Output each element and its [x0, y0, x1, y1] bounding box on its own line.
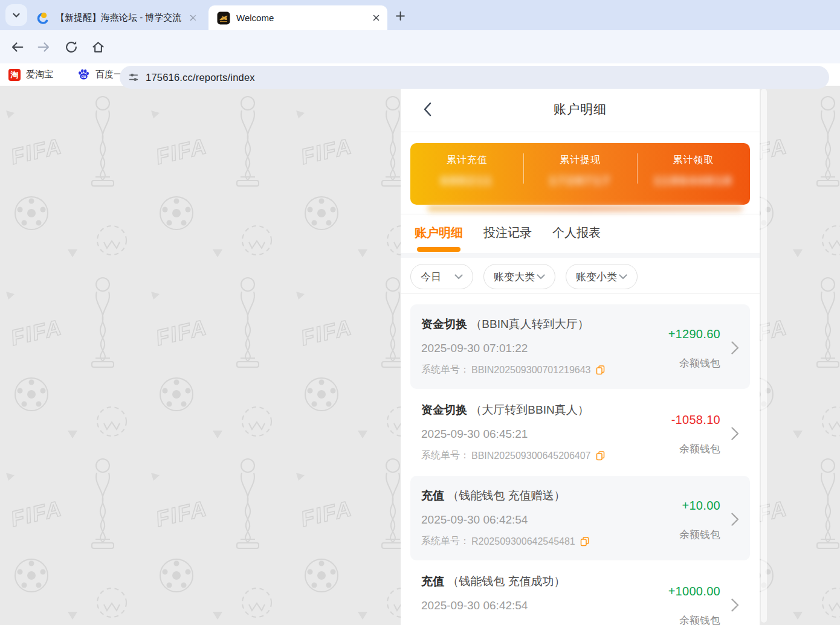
- transaction-detail: （钱能钱包 充值成功）: [447, 575, 565, 588]
- order-number: BBIN202509300645206407: [471, 450, 591, 461]
- close-icon[interactable]: [370, 13, 381, 24]
- summary-value-masked: 1728717: [549, 173, 612, 188]
- plus-icon: [396, 11, 405, 21]
- tab-title: 【新提醒】海燕论坛 - 博学交流: [56, 12, 187, 24]
- transaction-detail: （BBIN真人转到大厅）: [470, 318, 589, 330]
- baidu-paw-icon: du: [77, 68, 90, 81]
- transaction-wallet: 余额钱包: [668, 614, 720, 625]
- chevron-left-icon: [423, 102, 431, 117]
- summary-card: 累计充值 688211 累计提现 1728717 累计领取 118644818: [410, 143, 750, 205]
- chevron-right-icon: [731, 598, 739, 612]
- back-button[interactable]: [8, 38, 26, 56]
- page-content: FIFA: [0, 86, 840, 625]
- site-settings-tune-icon[interactable]: [128, 71, 140, 83]
- transaction-card[interactable]: 充值 （钱能钱包 充值赠送） 2025-09-30 06:42:54 系统单号：…: [410, 476, 750, 560]
- browser-tab-active[interactable]: Welcome: [208, 5, 387, 30]
- transaction-detail: （大厅转到BBIN真人）: [470, 403, 589, 416]
- reload-icon: [64, 40, 79, 54]
- transaction-type: 充值: [421, 575, 444, 588]
- transaction-type: 资金切换: [421, 403, 467, 416]
- bookmark-aitaobao[interactable]: 淘 爱淘宝: [8, 69, 53, 81]
- chevron-right-icon: [731, 427, 739, 440]
- order-label: 系统单号：: [421, 535, 470, 548]
- summary-total-deposit: 累计充值 688211: [410, 143, 523, 205]
- browser-tab-inactive[interactable]: 【新提醒】海燕论坛 - 博学交流: [28, 5, 204, 30]
- chevron-right-icon: [731, 513, 739, 526]
- transaction-amount: +1290.60: [668, 327, 720, 341]
- transaction-amount: -1058.10: [671, 413, 720, 427]
- reload-button[interactable]: [62, 38, 80, 56]
- bookmark-label: 爱淘宝: [26, 69, 53, 80]
- divider: [523, 153, 524, 184]
- back-button-app[interactable]: [418, 100, 437, 119]
- summary-label: 累计提现: [560, 154, 601, 167]
- url-text[interactable]: 175616.cc/reports/index: [146, 72, 255, 83]
- summary-card-blur-shadow: [427, 205, 743, 212]
- url-bar[interactable]: 175616.cc/reports/index: [120, 66, 829, 89]
- tab-account-details[interactable]: 账户明细: [415, 225, 463, 252]
- order-number: BBIN202509300701219643: [471, 365, 591, 376]
- filter-label: 账变大类: [494, 270, 535, 284]
- filter-date-dropdown[interactable]: 今日: [410, 264, 473, 289]
- scrollbar[interactable]: [761, 89, 767, 623]
- divider-band: [401, 253, 760, 258]
- svg-text:du: du: [82, 74, 86, 79]
- order-number: R202509300642545481: [471, 536, 575, 547]
- chevron-right-icon: [731, 341, 739, 354]
- forward-button[interactable]: [35, 38, 53, 56]
- browser-tab-strip: 【新提醒】海燕论坛 - 博学交流 Welcome: [0, 0, 840, 30]
- transaction-amount-block: -1058.10 余额钱包: [671, 413, 720, 456]
- order-label: 系统单号：: [421, 449, 470, 462]
- taobao-icon: 淘: [8, 69, 21, 81]
- filter-major-category-dropdown[interactable]: 账变大类: [483, 264, 555, 289]
- copy-icon[interactable]: [580, 536, 590, 546]
- summary-label: 累计领取: [673, 154, 714, 167]
- transaction-card[interactable]: 资金切换 （大厅转到BBIN真人） 2025-09-30 06:45:21 系统…: [410, 390, 750, 475]
- chevron-down-icon: [454, 274, 463, 280]
- report-tabs: 账户明细 投注记录 个人报表: [401, 214, 760, 252]
- summary-value-masked: 118644818: [654, 173, 733, 188]
- tab-title: Welcome: [236, 13, 370, 23]
- back-icon: [9, 39, 25, 55]
- tab-bet-records[interactable]: 投注记录: [483, 225, 532, 252]
- transaction-card[interactable]: 资金切换 （BBIN真人转到大厅） 2025-09-30 07:01:22 系统…: [410, 304, 750, 389]
- summary-total-claimed: 累计领取 118644818: [637, 143, 750, 205]
- order-label: 系统单号：: [421, 364, 470, 376]
- browser-toolbar: 175616.cc/reports/index: [0, 30, 840, 63]
- chevron-down-icon: [619, 274, 627, 280]
- copy-icon[interactable]: [595, 450, 606, 461]
- transaction-amount-block: +1000.00 余额钱包: [668, 585, 720, 625]
- transaction-detail: （钱能钱包 充值赠送）: [447, 489, 565, 502]
- filter-minor-category-dropdown[interactable]: 账变小类: [566, 264, 638, 289]
- copy-icon[interactable]: [595, 365, 606, 375]
- tab-search-button[interactable]: [5, 4, 27, 26]
- transaction-wallet: 余额钱包: [679, 528, 720, 542]
- home-icon: [91, 40, 106, 55]
- summary-value-masked: 688211: [441, 173, 493, 188]
- transaction-amount: +10.00: [679, 499, 720, 513]
- transaction-card[interactable]: 充值 （钱能钱包 充值成功） 2025-09-30 06:42:54 +1000…: [410, 562, 750, 625]
- home-button[interactable]: [89, 38, 107, 56]
- blue-swirl-yellow-ball-icon: [36, 11, 50, 25]
- app-panel: 账户明细 累计充值 688211 累计提现 1728717 累计领取 11864…: [401, 86, 760, 625]
- filter-label: 账变小类: [576, 270, 617, 284]
- transaction-wallet: 余额钱包: [668, 356, 720, 370]
- new-tab-button[interactable]: [393, 8, 407, 23]
- transaction-type: 充值: [421, 489, 444, 502]
- transaction-list: 资金切换 （BBIN真人转到大厅） 2025-09-30 07:01:22 系统…: [401, 294, 760, 625]
- summary-label: 累计充值: [447, 154, 488, 167]
- chevron-down-icon: [537, 274, 545, 280]
- transaction-amount-block: +10.00 余额钱包: [679, 499, 720, 542]
- page-title: 账户明细: [554, 101, 607, 118]
- divider: [637, 153, 638, 184]
- forward-icon: [36, 39, 52, 55]
- filter-label: 今日: [421, 270, 441, 284]
- transaction-wallet: 余额钱包: [671, 442, 720, 456]
- transaction-amount-block: +1290.60 余额钱包: [668, 327, 720, 370]
- chevron-down-icon: [11, 10, 21, 20]
- tab-title-fade: [176, 5, 204, 30]
- transaction-amount: +1000.00: [668, 585, 720, 598]
- tab-personal-report[interactable]: 个人报表: [552, 225, 601, 252]
- black-gold-beast-icon: [217, 11, 230, 25]
- transaction-type: 资金切换: [421, 318, 467, 330]
